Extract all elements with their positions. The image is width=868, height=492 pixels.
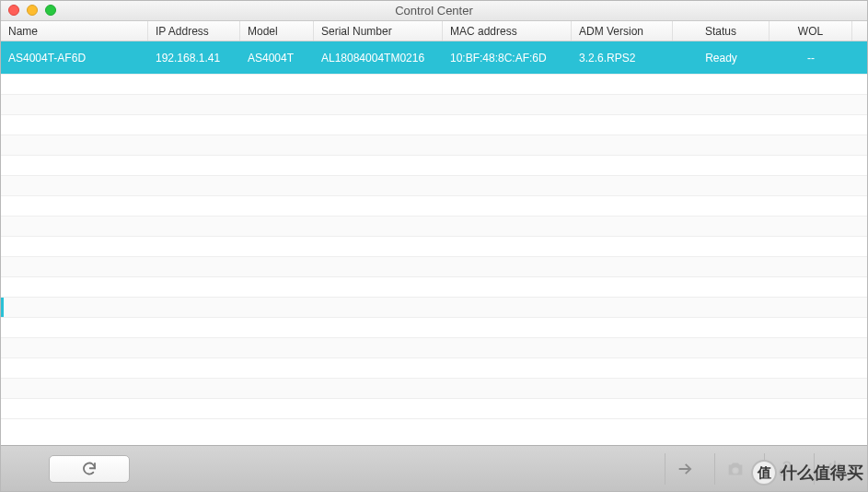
table-row[interactable]: AS4004T-AF6D 192.168.1.41 AS4004T AL1808… — [1, 41, 867, 75]
table-row[interactable] — [1, 196, 867, 217]
window-controls — [8, 5, 56, 16]
table-header: Name IP Address Model Serial Number MAC … — [1, 21, 867, 41]
link-button[interactable] — [764, 453, 804, 485]
col-status[interactable]: Status — [673, 21, 770, 41]
screenshot-button[interactable] — [714, 453, 755, 485]
table-body: AS4004T-AF6D 192.168.1.41 AS4004T AL1808… — [1, 41, 867, 445]
maximize-icon[interactable] — [45, 5, 56, 16]
refresh-icon — [81, 461, 98, 477]
arrow-right-icon — [676, 459, 696, 479]
close-icon[interactable] — [8, 5, 19, 16]
cell-status: Ready — [673, 41, 770, 74]
col-adm[interactable]: ADM Version — [572, 21, 673, 41]
cell-ip: 192.168.1.41 — [148, 41, 240, 74]
link-icon — [775, 459, 795, 479]
power-icon — [825, 459, 845, 479]
connect-button[interactable] — [665, 453, 705, 485]
power-button[interactable] — [814, 453, 854, 485]
control-center-window: Control Center Name IP Address Model Ser… — [0, 0, 868, 492]
table-row[interactable] — [1, 156, 867, 176]
table-row[interactable] — [1, 75, 867, 95]
table-row[interactable] — [1, 379, 867, 399]
table-row[interactable] — [1, 318, 867, 338]
cell-name: AS4004T-AF6D — [1, 41, 148, 74]
camera-icon — [725, 459, 746, 479]
table-row[interactable] — [1, 358, 867, 379]
titlebar: Control Center — [1, 1, 867, 21]
table-row[interactable] — [1, 237, 867, 257]
table-row[interactable] — [1, 115, 867, 135]
col-model[interactable]: Model — [240, 21, 314, 41]
minimize-icon[interactable] — [27, 5, 38, 16]
table-row[interactable] — [1, 277, 867, 298]
table-row[interactable] — [1, 257, 867, 277]
col-serial[interactable]: Serial Number — [314, 21, 443, 41]
table-row[interactable] — [1, 338, 867, 358]
cell-wol: -- — [770, 41, 852, 74]
table-row[interactable] — [1, 135, 867, 156]
table-row[interactable] — [1, 176, 867, 196]
table-row[interactable] — [1, 399, 867, 419]
col-ip[interactable]: IP Address — [148, 21, 240, 41]
cell-mac: 10:BF:48:8C:AF:6D — [443, 41, 572, 74]
toolbar — [1, 445, 867, 491]
col-mac[interactable]: MAC address — [443, 21, 572, 41]
table-row[interactable] — [1, 217, 867, 237]
cell-model: AS4004T — [240, 41, 314, 74]
svg-point-0 — [733, 468, 736, 472]
window-title: Control Center — [1, 4, 867, 18]
refresh-button[interactable] — [49, 455, 130, 483]
cell-adm: 3.2.6.RPS2 — [572, 41, 673, 74]
table-row[interactable] — [1, 298, 867, 318]
cell-serial: AL18084004TM0216 — [314, 41, 443, 74]
table-row[interactable] — [1, 95, 867, 115]
col-name[interactable]: Name — [1, 21, 148, 41]
col-wol[interactable]: WOL — [770, 21, 852, 41]
